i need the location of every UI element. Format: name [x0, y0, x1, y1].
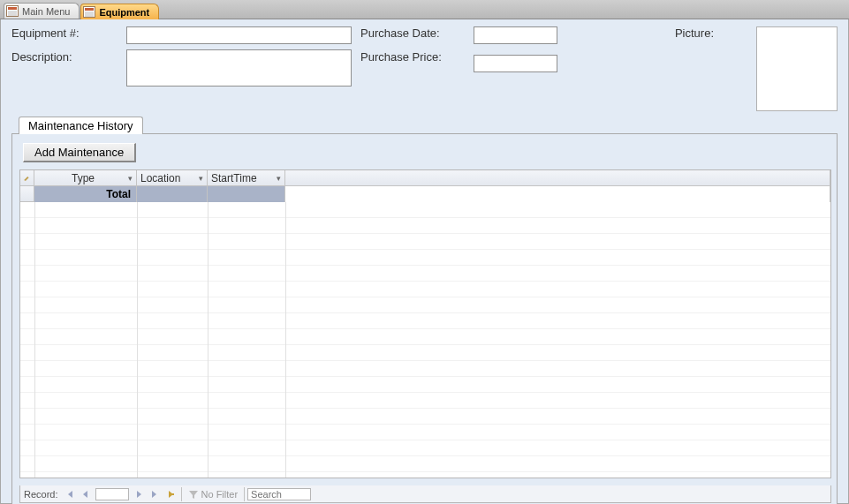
- picture-box[interactable]: [756, 26, 838, 111]
- subform-container: Maintenance History Add Maintenance Type…: [11, 117, 838, 504]
- picture-label: Picture:: [675, 26, 714, 40]
- column-label: Type: [38, 172, 128, 184]
- tab-label: Main Menu: [22, 6, 70, 17]
- dropdown-icon: ▾: [277, 174, 281, 183]
- select-all-corner[interactable]: [20, 170, 34, 185]
- equipment-form-body: Equipment #: Description: Purchase Date:…: [0, 19, 849, 504]
- column-header-starttime[interactable]: StartTime ▾: [208, 170, 285, 185]
- purchase-date-input[interactable]: [474, 26, 557, 44]
- grid-header: Type ▾ Location ▾ StartTime ▾: [20, 170, 830, 186]
- purchase-price-input[interactable]: [474, 55, 557, 72]
- total-cell-blank: [285, 186, 830, 202]
- maintenance-subform-pane: Add Maintenance Type ▾ Location ▾: [11, 133, 838, 504]
- search-input[interactable]: [247, 488, 311, 500]
- description-input[interactable]: [126, 49, 352, 87]
- form-icon: [83, 6, 95, 18]
- column-label: Location: [140, 172, 180, 184]
- nav-last-button[interactable]: [147, 487, 163, 501]
- record-navigator: Record: No Filter: [19, 485, 831, 503]
- nav-first-button[interactable]: [62, 487, 78, 501]
- grid-total-row: Total: [20, 186, 830, 202]
- total-cell-location: [137, 186, 208, 202]
- record-label: Record:: [20, 489, 62, 500]
- dropdown-icon: ▾: [128, 174, 133, 183]
- pencil-icon: [24, 174, 30, 183]
- filter-label: No Filter: [201, 489, 239, 500]
- column-header-location[interactable]: Location ▾: [137, 170, 208, 185]
- nav-next-button[interactable]: [131, 487, 147, 501]
- purchase-date-label: Purchase Date:: [360, 26, 440, 40]
- description-label: Description:: [11, 50, 72, 64]
- total-row-label: Total: [34, 186, 137, 202]
- grid-body[interactable]: [20, 202, 830, 478]
- column-label: StartTime: [211, 172, 257, 184]
- button-label: Add Maintenance: [34, 146, 124, 159]
- record-number-input[interactable]: [95, 488, 129, 500]
- equipment-no-input[interactable]: [126, 26, 352, 44]
- total-cell-starttime: [208, 186, 285, 202]
- sub-tab-label: Maintenance History: [28, 119, 133, 132]
- total-row-selector[interactable]: [20, 186, 34, 202]
- tab-equipment[interactable]: Equipment: [80, 4, 159, 19]
- filter-indicator[interactable]: No Filter: [185, 489, 242, 500]
- dropdown-icon: ▾: [199, 174, 203, 183]
- nav-prev-button[interactable]: [78, 487, 94, 501]
- filter-icon: [188, 489, 199, 500]
- purchase-price-label: Purchase Price:: [360, 50, 442, 64]
- column-header-type[interactable]: Type ▾: [34, 170, 137, 185]
- column-header-blank: [285, 170, 830, 185]
- equipment-no-label: Equipment #:: [11, 26, 80, 40]
- form-icon: [6, 5, 19, 17]
- tab-label: Equipment: [99, 7, 149, 18]
- document-tab-bar: Main Menu Equipment: [0, 0, 849, 19]
- nav-new-button[interactable]: [163, 487, 178, 501]
- tab-maintenance-history[interactable]: Maintenance History: [19, 117, 143, 134]
- header-fields: Equipment #: Description: Purchase Date:…: [11, 26, 838, 111]
- maintenance-grid: Type ▾ Location ▾ StartTime ▾ Total: [19, 169, 831, 478]
- tab-main-menu[interactable]: Main Menu: [4, 3, 80, 19]
- add-maintenance-button[interactable]: Add Maintenance: [23, 143, 136, 162]
